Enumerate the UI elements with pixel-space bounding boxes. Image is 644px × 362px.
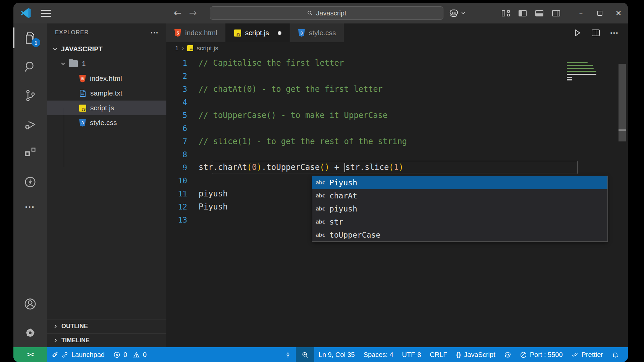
toggle-panel-button[interactable] bbox=[535, 10, 543, 16]
language-mode-status[interactable]: {} JavaScript bbox=[452, 347, 500, 362]
file-tree: JAVASCRIPT 1 5index.htmlsample.txtJSscri… bbox=[47, 42, 166, 319]
remote-indicator[interactable]: >< bbox=[13, 347, 47, 362]
double-check-icon bbox=[572, 351, 579, 358]
code-line-7[interactable]: 7// slice(1) - to get the rest of the st… bbox=[166, 135, 628, 148]
folder-item[interactable]: 1 bbox=[47, 56, 166, 71]
code-line-3[interactable]: 3// chatAt(0) - to get the first letter bbox=[166, 82, 628, 96]
search-query-text: Javascript bbox=[316, 9, 346, 17]
line-number: 13 bbox=[166, 216, 199, 224]
minimize-button[interactable]: – bbox=[572, 3, 590, 23]
code-editor[interactable]: 1// Capitalise the first letter23// chat… bbox=[166, 54, 628, 347]
settings-gear-icon[interactable] bbox=[13, 318, 47, 347]
account-icon[interactable] bbox=[13, 290, 47, 318]
explorer-more-actions-icon[interactable]: ⋯ bbox=[150, 28, 159, 37]
code-line-9[interactable]: 9str.charAt(0).toUpperCase() + str.slice… bbox=[166, 161, 628, 174]
cursor-position-status[interactable]: Ln 9, Col 35 bbox=[314, 347, 359, 362]
live-server-port-status[interactable]: Port : 5500 bbox=[516, 347, 567, 362]
txt-file-icon bbox=[79, 89, 86, 97]
lightning-activity-icon[interactable] bbox=[13, 168, 47, 196]
copilot-status-item[interactable] bbox=[500, 347, 516, 362]
copilot-menu-button[interactable] bbox=[449, 9, 466, 17]
line-number: 12 bbox=[166, 202, 199, 211]
tab-style-css[interactable]: 3 style.css bbox=[290, 23, 345, 42]
status-bar: >< Launchpad 0 bbox=[13, 347, 628, 362]
code-line-8[interactable]: 8 bbox=[166, 148, 628, 161]
line-number: 1 bbox=[166, 59, 199, 67]
code-line-4[interactable]: 4 bbox=[166, 96, 628, 109]
eol-status[interactable]: CRLF bbox=[425, 347, 451, 362]
indentation-status[interactable]: Spaces: 4 bbox=[359, 347, 398, 362]
code-text: str.charAt(0).toUpperCase() + str.slice(… bbox=[199, 163, 404, 172]
chevron-down-icon bbox=[52, 46, 58, 52]
suggestion-item-charAt[interactable]: abccharAt bbox=[312, 189, 607, 202]
line-number: 7 bbox=[166, 137, 199, 146]
restore-button[interactable] bbox=[590, 3, 609, 23]
modified-dot-icon[interactable] bbox=[278, 31, 281, 35]
commit-indicator[interactable] bbox=[280, 347, 296, 362]
toggle-sidebar-button[interactable] bbox=[519, 10, 527, 16]
file-item-sample-txt[interactable]: sample.txt bbox=[47, 86, 166, 101]
suggestion-item-Piyush[interactable]: abcPiyush bbox=[312, 176, 607, 189]
extensions-activity-icon[interactable] bbox=[13, 139, 47, 168]
bell-icon bbox=[612, 351, 619, 358]
text-cursor bbox=[344, 163, 345, 172]
tab-script-js[interactable]: JS script.js bbox=[226, 23, 290, 42]
warning-icon bbox=[133, 351, 140, 358]
code-line-5[interactable]: 5// toUpperCase() - to make it UpperCase bbox=[166, 109, 628, 122]
folder-icon bbox=[69, 60, 78, 67]
search-activity-icon[interactable] bbox=[13, 52, 47, 81]
workspace-root-item[interactable]: JAVASCRIPT bbox=[47, 42, 166, 56]
chevron-right-icon bbox=[53, 324, 58, 329]
css-file-icon: 3 bbox=[79, 119, 86, 127]
explorer-activity-icon[interactable]: 1 bbox=[13, 23, 47, 52]
notifications-bell[interactable] bbox=[607, 347, 623, 362]
breadcrumb-folder[interactable]: 1 bbox=[175, 45, 179, 52]
line-number: 11 bbox=[166, 189, 199, 198]
js-file-icon: JS bbox=[234, 29, 241, 37]
explorer-badge: 1 bbox=[32, 38, 40, 47]
zoom-status-item[interactable] bbox=[296, 347, 314, 362]
suggestion-item-piyush[interactable]: abcpiyush bbox=[312, 202, 607, 215]
tab-index-html[interactable]: 5 index.html bbox=[166, 23, 226, 42]
problems-status-item[interactable]: 0 0 bbox=[109, 347, 151, 362]
file-item-style-css[interactable]: 3style.css bbox=[47, 115, 166, 130]
breadcrumb-file[interactable]: script.js bbox=[197, 45, 218, 52]
file-item-script-js[interactable]: JSscript.js bbox=[47, 101, 166, 115]
back-arrow-icon[interactable]: ← bbox=[174, 8, 181, 18]
outline-section-header[interactable]: OUTLINE bbox=[47, 319, 166, 333]
breadcrumb[interactable]: 1 › JS script.js bbox=[166, 42, 628, 54]
run-debug-activity-icon[interactable] bbox=[13, 110, 47, 139]
menu-hamburger-icon[interactable] bbox=[41, 10, 51, 17]
source-control-activity-icon[interactable] bbox=[13, 81, 47, 110]
editor-more-actions-button[interactable]: ⋯ bbox=[610, 28, 619, 38]
launchpad-status-item[interactable]: Launchpad bbox=[47, 347, 109, 362]
split-editor-button[interactable] bbox=[592, 29, 600, 36]
suggestion-label: str bbox=[329, 218, 343, 226]
search-icon bbox=[307, 10, 313, 16]
file-item-label: index.html bbox=[90, 74, 122, 82]
prettier-status[interactable]: Prettier bbox=[567, 347, 607, 362]
suggestion-item-str[interactable]: abcstr bbox=[312, 215, 607, 228]
tabs-bar: 5 index.html JS script.js 3 style.css bbox=[166, 23, 628, 42]
run-file-button[interactable] bbox=[573, 28, 582, 37]
line-number: 3 bbox=[166, 85, 199, 94]
code-line-6[interactable]: 6 bbox=[166, 122, 628, 135]
encoding-status[interactable]: UTF-8 bbox=[398, 347, 426, 362]
copilot-icon bbox=[449, 9, 459, 17]
suggestion-label: charAt bbox=[329, 191, 357, 200]
toggle-secondary-sidebar-button[interactable] bbox=[552, 10, 560, 16]
suggestion-item-toUpperCase[interactable]: abctoUpperCase bbox=[312, 228, 607, 241]
file-item-index-html[interactable]: 5index.html bbox=[47, 71, 166, 86]
editor-scrollbar[interactable] bbox=[619, 64, 626, 141]
minimap[interactable] bbox=[567, 62, 604, 80]
forward-arrow-icon[interactable]: → bbox=[189, 8, 197, 18]
timeline-section-header[interactable]: TIMELINE bbox=[47, 333, 166, 347]
activity-bar: 1 bbox=[13, 23, 47, 347]
command-center-search[interactable]: Javascript bbox=[210, 6, 443, 20]
code-line-2[interactable]: 2 bbox=[166, 69, 628, 82]
customize-layout-button[interactable] bbox=[502, 10, 510, 16]
css-file-icon: 3 bbox=[298, 29, 305, 37]
code-line-1[interactable]: 1// Capitalise the first letter bbox=[166, 56, 628, 69]
close-button[interactable]: ✕ bbox=[609, 3, 628, 23]
more-actions-icon[interactable]: ⋯ bbox=[13, 196, 47, 217]
